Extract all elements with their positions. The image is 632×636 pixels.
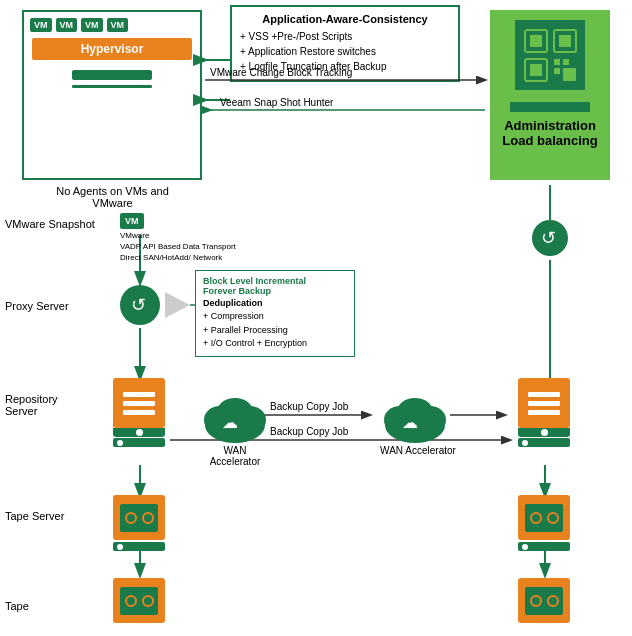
svg-point-20 (120, 285, 160, 325)
app-aware-item-1: + VSS +Pre-/Post Scripts (240, 29, 450, 44)
svg-rect-9 (563, 68, 576, 81)
svg-text:Backup Copy Job: Backup Copy Job (270, 426, 349, 437)
dedup-item-1: + Compression (203, 310, 347, 324)
wan-accel-right: ☁ (380, 390, 450, 447)
svg-text:☁: ☁ (222, 414, 238, 431)
svg-rect-3 (559, 35, 571, 47)
qr-icon (515, 20, 585, 90)
vm-snapshot-badge: VM (120, 213, 144, 229)
svg-rect-6 (554, 59, 560, 65)
hypervisor-box: VM VM VM VM Hypervisor (22, 10, 202, 180)
dedup-item-2: + Parallel Processing (203, 324, 347, 338)
svg-marker-22 (165, 292, 190, 318)
svg-text:Veeam Snap Shot Hunter: Veeam Snap Shot Hunter (220, 97, 334, 108)
app-aware-title: Application-Aware-Consistency (240, 13, 450, 25)
right-tape-server-connector (518, 542, 570, 551)
wan-accel-left-label: WAN Accelerator (200, 445, 270, 467)
right-tape-server-icon (518, 495, 570, 540)
svg-point-17 (532, 220, 568, 256)
left-repo-connector (113, 438, 165, 447)
no-agents-text: No Agents on VMs andVMware (35, 185, 190, 209)
wan-accel-left: ☁ (200, 390, 270, 447)
left-tape-icon (113, 578, 165, 623)
right-tape-icon (518, 578, 570, 623)
vm-badge-4: VM (107, 18, 129, 32)
left-repo-icon (113, 378, 165, 437)
dedup-title: Deduplication (203, 298, 347, 308)
hypervisor-label: Hypervisor (32, 38, 192, 60)
svg-text:↺: ↺ (131, 295, 146, 315)
repository-server-label: RepositoryServer (5, 393, 58, 417)
vm-badge-3: VM (81, 18, 103, 32)
proxy-server-label: Proxy Server (5, 300, 69, 312)
svg-text:☁: ☁ (402, 414, 418, 431)
app-aware-item-3: + Logfile Truncation after Backup (240, 59, 450, 74)
vmware-sub-text: VMware VADP API Based Data Transport Dir… (120, 230, 236, 264)
svg-rect-1 (530, 35, 542, 47)
left-tape-server-icon (113, 495, 165, 540)
vm-row: VM VM VM VM (24, 12, 200, 34)
tape-server-label-left: Tape Server (5, 510, 64, 522)
svg-text:Backup Copy Job: Backup Copy Job (270, 401, 349, 412)
vm-badge-1: VM (30, 18, 52, 32)
block-level-box: Block Level IncrementalForever Backup De… (195, 270, 355, 357)
admin-box: AdministrationLoad balancing (490, 10, 610, 180)
tape-label-left: Tape (5, 600, 29, 612)
admin-text: AdministrationLoad balancing (502, 118, 597, 148)
app-aware-item-2: + Application Restore switches (240, 44, 450, 59)
svg-rect-7 (563, 59, 569, 65)
svg-rect-8 (554, 68, 560, 74)
admin-server-bar (510, 102, 590, 112)
left-tape-server-connector (113, 542, 165, 551)
svg-text:↺: ↺ (541, 228, 556, 248)
right-repo-icon (518, 378, 570, 437)
right-repo-connector (518, 438, 570, 447)
wan-accel-right-label: WAN Accelerator (378, 445, 458, 456)
block-level-title: Block Level IncrementalForever Backup (203, 276, 347, 296)
vm-badge-2: VM (56, 18, 78, 32)
app-aware-box: Application-Aware-Consistency + VSS +Pre… (230, 5, 460, 82)
diagram: VM VM VM VM Hypervisor No Agents on VMs … (0, 0, 632, 636)
svg-rect-5 (530, 64, 542, 76)
vmware-snapshot-label: VMware Snapshot (5, 218, 95, 230)
hypervisor-servers (24, 70, 200, 88)
dedup-item-3: + I/O Control + Encryption (203, 337, 347, 351)
